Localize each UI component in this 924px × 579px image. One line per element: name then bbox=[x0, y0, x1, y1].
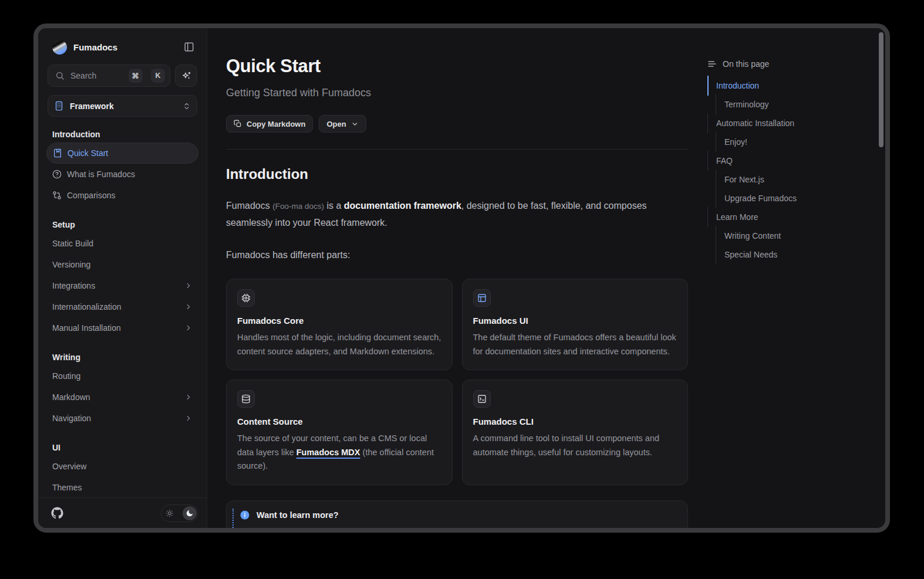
copy-icon bbox=[234, 120, 242, 128]
moon-icon[interactable] bbox=[183, 506, 197, 520]
section-label-writing: Writing bbox=[52, 353, 198, 362]
section-label-introduction: Introduction bbox=[52, 130, 198, 139]
parts-paragraph: Fumadocs has different parts: bbox=[226, 247, 688, 264]
framework-selector-label: Framework bbox=[70, 101, 177, 111]
toc-item-learn-more[interactable]: Learn More bbox=[707, 208, 855, 226]
search-placeholder: Search bbox=[70, 71, 123, 80]
toc-header-label: On this page bbox=[723, 59, 769, 69]
search-input[interactable]: Search ⌘ K bbox=[48, 65, 170, 87]
sidebar-item-label: Navigation bbox=[52, 414, 91, 423]
sidebar-item-overview[interactable]: Overview bbox=[46, 456, 198, 477]
sidebar-item-versioning[interactable]: Versioning bbox=[46, 254, 198, 275]
fumadocs-logo bbox=[52, 40, 67, 55]
chevrons-up-down-icon bbox=[183, 102, 191, 110]
search-icon bbox=[55, 71, 65, 80]
layout-panels-icon bbox=[473, 289, 491, 307]
sidebar-item-integrations[interactable]: Integrations bbox=[46, 275, 198, 296]
card-fumadocs-cli[interactable]: Fumadocs CLI A command line tool to inst… bbox=[462, 380, 689, 485]
pronunciation: (Foo-ma docs) bbox=[272, 202, 324, 211]
card-title: Fumadocs CLI bbox=[473, 417, 677, 426]
toc-item-writing-content[interactable]: Writing Content bbox=[707, 226, 855, 245]
sidebar-item-navigation[interactable]: Navigation bbox=[46, 408, 198, 429]
section-label-ui: UI bbox=[52, 443, 198, 452]
sidebar-item-label: Themes bbox=[52, 483, 82, 492]
app-window: Fumadocs Search ⌘ K bbox=[33, 23, 890, 533]
sidebar-item-themes[interactable]: Themes bbox=[46, 477, 198, 497]
brand-name: Fumadocs bbox=[73, 42, 181, 52]
sidebar-item-label: Comparisons bbox=[67, 191, 115, 200]
sidebar-item-label: Routing bbox=[52, 371, 80, 381]
sidebar-item-internationalization[interactable]: Internationalization bbox=[46, 296, 198, 317]
panel-left-icon bbox=[184, 42, 194, 52]
card-description: A command line tool to install UI compon… bbox=[473, 432, 677, 459]
card-fumadocs-ui[interactable]: Fumadocs UI The default theme of Fumadoc… bbox=[462, 279, 689, 370]
sidebar-item-label: Integrations bbox=[52, 281, 95, 290]
toc-item-terminology[interactable]: Terminology bbox=[707, 95, 855, 114]
toc-list: Introduction Terminology Automatic Insta… bbox=[707, 76, 855, 264]
kbd-cmd: ⌘ bbox=[129, 69, 143, 83]
sidebar-item-label: Quick Start bbox=[68, 148, 108, 158]
git-compare-icon bbox=[52, 191, 62, 200]
github-link[interactable] bbox=[51, 507, 63, 519]
open-dropdown-button[interactable]: Open bbox=[319, 115, 366, 133]
card-fumadocs-core[interactable]: Fumadocs Core Handles most of the logic,… bbox=[226, 279, 453, 370]
toc-item-special-needs[interactable]: Special Needs bbox=[707, 245, 855, 264]
toc-item-upgrade-fumadocs[interactable]: Upgrade Fumadocs bbox=[707, 189, 855, 208]
sidebar-header: Fumadocs bbox=[38, 28, 207, 60]
sun-icon[interactable] bbox=[163, 506, 177, 520]
terminal-icon bbox=[473, 390, 491, 408]
fumadocs-mdx-link[interactable]: Fumadocs MDX bbox=[296, 448, 360, 457]
toc-item-for-nextjs[interactable]: For Next.js bbox=[707, 170, 855, 189]
chevron-right-icon bbox=[184, 303, 193, 311]
card-description: Handles most of the logic, including doc… bbox=[237, 331, 441, 358]
help-circle-icon bbox=[52, 170, 62, 179]
table-of-contents: On this page Introduction Terminology Au… bbox=[707, 28, 855, 528]
framework-selector[interactable]: Framework bbox=[48, 95, 197, 117]
sidebar-item-manual-installation[interactable]: Manual Installation bbox=[46, 317, 198, 338]
ai-assistant-button[interactable] bbox=[175, 65, 197, 87]
sidebar-item-label: Internationalization bbox=[52, 302, 122, 311]
kbd-k: K bbox=[151, 69, 165, 83]
sidebar-item-quick-start[interactable]: Quick Start bbox=[46, 143, 198, 164]
card-description: The default theme of Fumadocs offers a b… bbox=[473, 331, 677, 358]
chevron-right-icon bbox=[184, 393, 193, 401]
scrollbar-thumb[interactable] bbox=[879, 32, 883, 147]
sparkles-icon bbox=[181, 71, 191, 81]
main-area: Quick Start Getting Started with Fumadoc… bbox=[208, 28, 885, 528]
copy-markdown-button[interactable]: Copy Markdown bbox=[226, 115, 313, 133]
sidebar-item-label: Versioning bbox=[52, 260, 90, 269]
page-title: Quick Start bbox=[226, 56, 688, 77]
open-label: Open bbox=[326, 120, 346, 128]
sidebar-item-routing[interactable]: Routing bbox=[46, 365, 198, 387]
book-marked-icon bbox=[53, 148, 62, 158]
toc-item-faq[interactable]: FAQ bbox=[707, 151, 855, 170]
info-callout: Want to learn more? Read our in-depth Wh… bbox=[226, 500, 688, 533]
toc-item-introduction[interactable]: Introduction bbox=[707, 76, 855, 95]
collapse-sidebar-button[interactable] bbox=[181, 39, 197, 55]
text-lines-icon bbox=[707, 59, 717, 69]
toc-item-enjoy[interactable]: Enjoy! bbox=[707, 133, 855, 151]
callout-title: Want to learn more? bbox=[257, 510, 339, 520]
sidebar-item-what-is-fumadocs[interactable]: What is Fumadocs bbox=[46, 164, 198, 185]
sidebar-item-label: Static Build bbox=[52, 239, 93, 248]
sidebar-item-label: What is Fumadocs bbox=[67, 170, 135, 179]
sidebar-item-label: Markdown bbox=[52, 392, 90, 402]
card-content-source[interactable]: Content Source The source of your conten… bbox=[226, 380, 453, 485]
feature-cards: Fumadocs Core Handles most of the logic,… bbox=[226, 279, 688, 485]
sidebar-item-static-build[interactable]: Static Build bbox=[46, 233, 198, 254]
building-icon bbox=[54, 101, 64, 111]
theme-toggle[interactable] bbox=[161, 504, 198, 522]
divider bbox=[226, 149, 688, 150]
sidebar-item-markdown[interactable]: Markdown bbox=[46, 387, 198, 408]
copy-markdown-label: Copy Markdown bbox=[247, 120, 305, 128]
toc-item-automatic-installation[interactable]: Automatic Installation bbox=[707, 114, 855, 133]
sidebar-item-comparisons[interactable]: Comparisons bbox=[46, 185, 198, 206]
intro-paragraph: Fumadocs (Foo-ma docs) is a documentatio… bbox=[226, 198, 688, 232]
introduction-heading: Introduction bbox=[226, 166, 688, 182]
card-title: Fumadocs UI bbox=[473, 316, 677, 326]
section-label-setup: Setup bbox=[52, 220, 198, 229]
what-is-fumadocs-link[interactable]: What is Fumadocs bbox=[329, 526, 407, 533]
sidebar-nav: Introduction Quick Start What is Fumadoc… bbox=[38, 117, 207, 497]
toolbar: Copy Markdown Open bbox=[226, 115, 688, 133]
chevron-right-icon bbox=[184, 324, 193, 332]
